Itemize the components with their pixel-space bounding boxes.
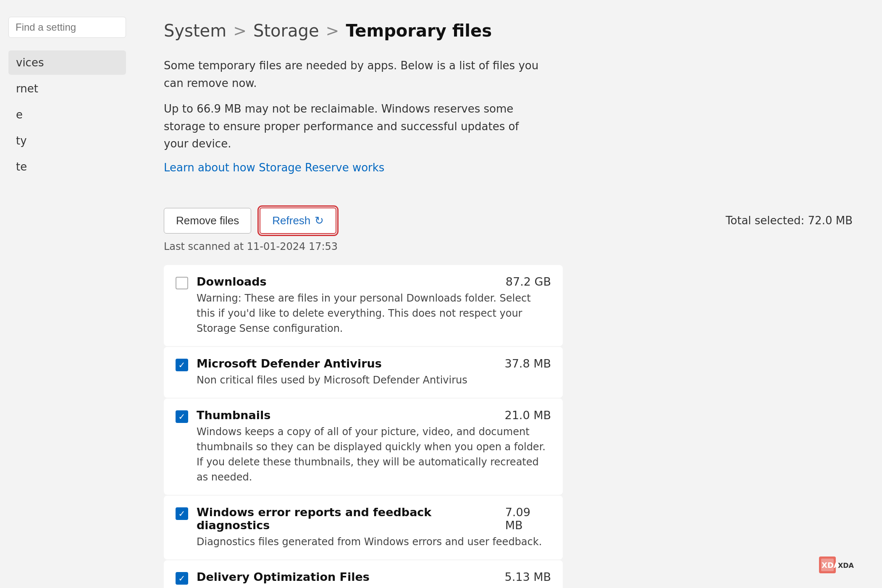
checkbox-area xyxy=(176,277,188,289)
main-content: System > Storage > Temporary files Some … xyxy=(134,0,882,588)
file-item: Windows error reports and feedback diagn… xyxy=(164,496,563,559)
file-name: Windows error reports and feedback diagn… xyxy=(197,506,505,532)
file-size: 7.09 MB xyxy=(505,506,551,532)
sidebar-item-internet[interactable]: rnet xyxy=(8,76,126,101)
svg-text:XDA: XDA xyxy=(822,561,840,570)
file-info: Microsoft Defender Antivirus37.8 MBNon c… xyxy=(197,357,551,388)
file-description: Non critical files used by Microsoft Def… xyxy=(197,373,551,388)
file-item: Thumbnails21.0 MBWindows keeps a copy of… xyxy=(164,399,563,495)
xda-watermark: XDA XDA xyxy=(819,554,869,575)
sidebar-item-privacy[interactable]: ty xyxy=(8,129,126,153)
last-scanned: Last scanned at 11-01-2024 17:53 xyxy=(164,241,853,252)
breadcrumb-current: Temporary files xyxy=(346,21,492,40)
svg-text:XDA: XDA xyxy=(838,562,854,570)
sidebar: 🔍 vicesrnetetyte xyxy=(0,0,134,588)
file-checkbox-1[interactable] xyxy=(176,359,188,371)
checkbox-area xyxy=(176,572,188,585)
checkbox-area xyxy=(176,359,188,371)
sidebar-item-devices[interactable]: vices xyxy=(8,50,126,75)
breadcrumb-system[interactable]: System xyxy=(164,21,226,40)
file-name: Microsoft Defender Antivirus xyxy=(197,357,382,370)
action-bar: Remove files Refresh ↻ Total selected: 7… xyxy=(164,207,853,234)
search-input[interactable] xyxy=(16,21,141,33)
file-size: 21.0 MB xyxy=(504,409,551,422)
breadcrumb-sep1: > xyxy=(233,21,247,40)
file-size: 37.8 MB xyxy=(504,357,551,370)
file-size: 87.2 GB xyxy=(506,275,551,288)
breadcrumb-storage[interactable]: Storage xyxy=(253,21,319,40)
checkbox-area xyxy=(176,410,188,423)
refresh-icon: ↻ xyxy=(315,214,324,227)
file-checkbox-0[interactable] xyxy=(176,277,188,289)
file-description: Warning: These are files in your persona… xyxy=(197,291,551,336)
file-name: Thumbnails xyxy=(197,409,270,422)
file-checkbox-4[interactable] xyxy=(176,572,188,585)
file-item: Downloads87.2 GBWarning: These are files… xyxy=(164,265,563,346)
sidebar-item-personalization[interactable]: e xyxy=(8,102,126,127)
file-size: 5.13 MB xyxy=(504,570,551,583)
file-description: Delivery Optimization is used to downloa… xyxy=(197,586,551,588)
search-box[interactable]: 🔍 xyxy=(8,17,126,38)
file-info: Delivery Optimization Files5.13 MBDelive… xyxy=(197,570,551,588)
file-item: Delivery Optimization Files5.13 MBDelive… xyxy=(164,560,563,588)
learn-link[interactable]: Learn about how Storage Reserve works xyxy=(164,161,384,174)
refresh-button[interactable]: Refresh ↻ xyxy=(260,207,336,234)
remove-files-button[interactable]: Remove files xyxy=(164,208,251,234)
file-checkbox-3[interactable] xyxy=(176,507,188,520)
file-description: Diagnostics files generated from Windows… xyxy=(197,534,551,549)
checkbox-area xyxy=(176,507,188,520)
total-selected: Total selected: 72.0 MB xyxy=(726,214,853,227)
file-name: Downloads xyxy=(197,275,267,288)
file-checkbox-2[interactable] xyxy=(176,410,188,423)
page-description: Some temporary files are needed by apps.… xyxy=(164,57,542,92)
sidebar-item-update[interactable]: te xyxy=(8,155,126,179)
file-info: Windows error reports and feedback diagn… xyxy=(197,506,551,549)
file-info: Thumbnails21.0 MBWindows keeps a copy of… xyxy=(197,409,551,485)
file-item: Microsoft Defender Antivirus37.8 MBNon c… xyxy=(164,347,563,398)
file-info: Downloads87.2 GBWarning: These are files… xyxy=(197,275,551,336)
breadcrumb: System > Storage > Temporary files xyxy=(164,21,853,40)
file-description: Windows keeps a copy of all of your pict… xyxy=(197,424,551,485)
breadcrumb-sep2: > xyxy=(326,21,339,40)
refresh-label: Refresh xyxy=(272,214,310,227)
file-name: Delivery Optimization Files xyxy=(197,570,370,583)
file-list: Downloads87.2 GBWarning: These are files… xyxy=(164,265,563,588)
info-text: Up to 66.9 MB may not be reclaimable. Wi… xyxy=(164,100,542,153)
